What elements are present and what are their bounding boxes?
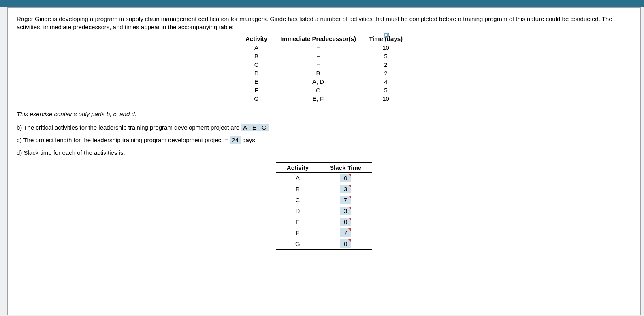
cell-activity: G — [239, 94, 274, 103]
part-b-answer[interactable]: A - E - G — [241, 124, 269, 131]
cell-time: 4 — [363, 77, 409, 86]
part-b-after: . — [270, 124, 272, 131]
question-panel: Roger Ginde is developing a program in s… — [7, 7, 641, 315]
cell-time: 2 — [363, 69, 409, 77]
cell-activity: D — [239, 69, 274, 77]
cell-activity: G — [276, 238, 319, 250]
intro-text: Roger Ginde is developing a program in s… — [17, 15, 631, 32]
cell-time: 2 — [363, 60, 409, 69]
table-row: D B 2 — [239, 69, 409, 77]
slack-input[interactable]: 7 — [340, 228, 351, 237]
table-row: D 3 — [276, 205, 372, 216]
cell-slack: 0 — [319, 172, 372, 184]
cell-time: 5 — [363, 52, 409, 60]
svg-rect-1 — [385, 33, 389, 36]
table-row: G E, F 10 — [239, 94, 409, 103]
cell-activity: F — [276, 227, 319, 238]
cell-time: 10 — [363, 43, 409, 52]
slack-input[interactable]: 3 — [340, 207, 351, 215]
activities-table-wrap: Activity Immediate Predecessor(s) Time (… — [17, 34, 631, 103]
activities-table: Activity Immediate Predecessor(s) Time (… — [239, 34, 409, 103]
cell-predecessor: C — [274, 86, 363, 94]
cell-slack: 7 — [319, 227, 372, 238]
part-b: b) The critical activities for the leade… — [17, 124, 631, 131]
table-row: B 3 — [276, 184, 372, 194]
slack-input[interactable]: 0 — [340, 174, 351, 182]
cell-activity: C — [276, 194, 319, 205]
slack-table-wrap: Activity Slack Time A 0 B 3 C 7 D — [17, 162, 631, 250]
cell-time: 10 — [363, 94, 409, 103]
col-slack: Slack Time — [319, 162, 372, 172]
part-c: c) The project length for the leadership… — [17, 137, 631, 143]
part-b-text: b) The critical activities for the leade… — [17, 124, 241, 131]
cell-slack: 7 — [319, 194, 372, 205]
table-row: G 0 — [276, 238, 372, 250]
slack-input[interactable]: 7 — [340, 196, 351, 204]
col-activity: Activity — [239, 34, 274, 43]
part-c-answer[interactable]: 24 — [230, 136, 241, 144]
table-row: F C 5 — [239, 86, 409, 94]
table-row: A 0 — [276, 172, 372, 184]
table-row: C 7 — [276, 194, 372, 205]
cell-slack: 3 — [319, 205, 372, 216]
cell-activity: A — [276, 172, 319, 184]
cell-activity: B — [276, 184, 319, 194]
slack-input[interactable]: 0 — [340, 239, 351, 248]
slack-table: Activity Slack Time A 0 B 3 C 7 D — [276, 162, 372, 250]
cell-predecessor: − — [274, 52, 363, 60]
cell-predecessor: A, D — [274, 77, 363, 86]
cell-activity: E — [239, 77, 274, 86]
popout-icon[interactable] — [384, 33, 389, 38]
cell-predecessor: E, F — [274, 94, 363, 103]
col-activity: Activity — [276, 162, 319, 172]
cell-time: 5 — [363, 86, 409, 94]
cell-activity: E — [276, 216, 319, 227]
cell-activity: F — [239, 86, 274, 94]
cell-predecessor: B — [274, 69, 363, 77]
cell-activity: D — [276, 205, 319, 216]
part-c-text: c) The project length for the leadership… — [17, 137, 230, 143]
cell-predecessor: − — [274, 60, 363, 69]
table-row: E A, D 4 — [239, 77, 409, 86]
cell-predecessor: − — [274, 43, 363, 52]
table-row: A − 10 — [239, 43, 409, 52]
table-row: C − 2 — [239, 60, 409, 69]
exercise-note: This exercise contains only parts b, c, … — [17, 111, 631, 117]
cell-activity: C — [239, 60, 274, 69]
table-header-row: Activity Slack Time — [276, 162, 372, 172]
part-d: d) Slack time for each of the activities… — [17, 149, 631, 156]
cell-slack: 3 — [319, 184, 372, 194]
table-row: B − 5 — [239, 52, 409, 60]
svg-rect-0 — [384, 34, 388, 37]
cell-activity: A — [239, 43, 274, 52]
cell-slack: 0 — [319, 238, 372, 250]
table-row: E 0 — [276, 216, 372, 227]
cell-activity: B — [239, 52, 274, 60]
slack-input[interactable]: 0 — [340, 218, 351, 226]
cell-slack: 0 — [319, 216, 372, 227]
part-c-after: days. — [242, 137, 257, 143]
table-row: F 7 — [276, 227, 372, 238]
top-bar — [0, 0, 644, 7]
slack-input[interactable]: 3 — [340, 185, 351, 193]
col-predecessors: Immediate Predecessor(s) — [274, 34, 363, 43]
